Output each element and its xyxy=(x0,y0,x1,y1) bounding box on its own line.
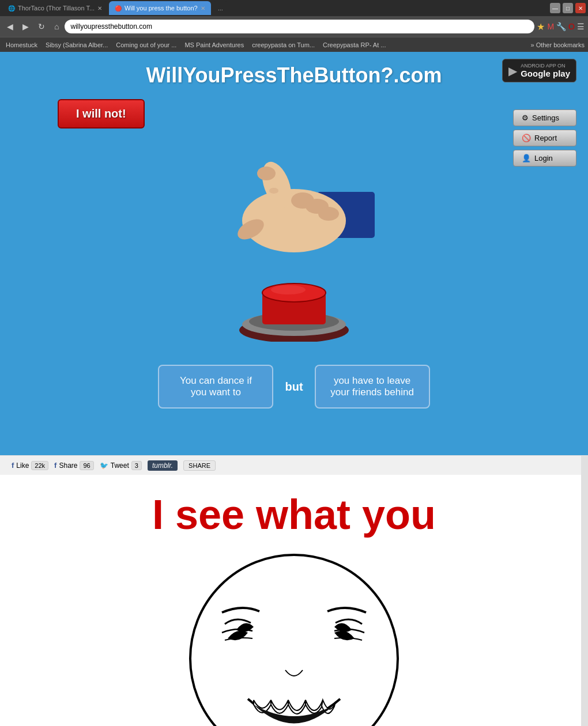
bookmark-coming-out[interactable]: Coming out of your ... xyxy=(114,41,179,48)
hand-illustration xyxy=(202,146,386,261)
tab-close-1[interactable]: ✕ xyxy=(97,5,102,12)
maximize-button[interactable]: □ xyxy=(563,3,573,13)
bookmarks-bar: Homestuck Sibsy (Sabrina Alber... Coming… xyxy=(0,37,588,52)
opera-icon[interactable]: O xyxy=(568,22,575,31)
play-store-icon: ▶ xyxy=(508,64,517,78)
bookmark-homestuck[interactable]: Homestuck xyxy=(3,41,40,48)
google-play-label: Google play xyxy=(521,69,570,78)
social-bar: f Like 22k f Share 96 🐦 Tweet 3 tumblr. … xyxy=(0,455,588,475)
tab-label-3: ... xyxy=(218,5,223,12)
bookmark-creepypasta2[interactable]: Creepypasta RP- At ... xyxy=(321,41,388,48)
twitter-icon: 🐦 xyxy=(100,462,108,470)
tab-favicon-1: 🌐 xyxy=(8,5,15,12)
bookmarks-more[interactable]: » Other bookmarks xyxy=(530,41,585,48)
choice-left-text: You can dance if you want to xyxy=(180,375,252,398)
facebook-share-icon: f xyxy=(54,461,56,470)
meme-section: I see what you xyxy=(0,475,588,726)
facebook-icon: f xyxy=(12,461,14,470)
nav-bar: ◀ ▶ ↻ ⌂ ★ M 🔧 O ☰ xyxy=(0,16,588,37)
but-text: but xyxy=(285,380,303,394)
main-content: I will not! xyxy=(12,93,576,409)
choice-right-text: you have to leave your friends behind xyxy=(330,375,414,398)
troll-face xyxy=(179,538,409,726)
tab-extra[interactable]: ... xyxy=(212,1,229,15)
share-all-label: SHARE xyxy=(189,462,210,469)
tab-willyoupress[interactable]: 🔴 Will you press the button? ✕ xyxy=(109,1,211,15)
user-icon: 👤 xyxy=(522,154,531,162)
svg-point-17 xyxy=(190,555,398,726)
choices-container: You can dance if you want to but you hav… xyxy=(158,365,429,409)
choice-left-box: You can dance if you want to xyxy=(158,365,273,409)
menu-button[interactable]: ☰ xyxy=(577,22,585,31)
address-bar[interactable] xyxy=(65,20,534,33)
hand-container xyxy=(202,146,386,261)
svg-point-4 xyxy=(257,167,276,180)
android-badge-text: ANDROID APP ON Google play xyxy=(521,63,570,78)
gear-icon: ⚙ xyxy=(522,114,529,122)
android-badge[interactable]: ▶ ANDROID APP ON Google play xyxy=(502,59,576,82)
tweet-label: Tweet xyxy=(111,462,129,470)
button-3d-illustration[interactable] xyxy=(231,267,357,342)
tumblr-button[interactable]: tumblr. xyxy=(148,460,178,471)
button-svg xyxy=(231,267,357,342)
bookmark-creepypasta1[interactable]: creepypasta on Tum... xyxy=(250,41,317,48)
tab-favicon-2: 🔴 xyxy=(115,5,122,12)
nav-icons: M 🔧 O ☰ xyxy=(547,22,585,31)
meme-text-top: I see what you xyxy=(152,492,436,538)
tab-close-2[interactable]: ✕ xyxy=(201,5,205,12)
site-title: WillYouPressTheButton?.com xyxy=(12,58,576,93)
share-count: 96 xyxy=(80,461,93,470)
website-wrapper: WillYouPressTheButton?.com ▶ ANDROID APP… xyxy=(0,52,588,726)
like-button[interactable]: f Like 22k xyxy=(12,461,48,470)
troll-face-svg xyxy=(179,538,409,726)
refresh-button[interactable]: ↻ xyxy=(35,21,48,32)
side-buttons: ⚙ Settings 🚫 Report 👤 Login xyxy=(513,109,576,167)
share-label: Share xyxy=(59,462,77,470)
tab-thortaco[interactable]: 🌐 ThorTaco (Thor Tillason T... ✕ xyxy=(2,1,108,15)
bookmark-sibsy[interactable]: Sibsy (Sabrina Alber... xyxy=(43,41,110,48)
report-icon: 🚫 xyxy=(522,134,531,142)
bookmark-star[interactable]: ★ xyxy=(537,21,545,32)
settings-button[interactable]: ⚙ Settings xyxy=(513,109,576,126)
home-button[interactable]: ⌂ xyxy=(51,21,62,32)
like-count: 22k xyxy=(31,461,48,470)
minimize-button[interactable]: — xyxy=(550,3,560,13)
bookmark-mspaint[interactable]: MS Paint Adventures xyxy=(182,41,246,48)
back-button[interactable]: ◀ xyxy=(3,21,17,32)
tumblr-label: tumblr. xyxy=(152,462,173,470)
android-app-on-label: ANDROID APP ON xyxy=(521,63,570,69)
i-will-not-button[interactable]: I will not! xyxy=(58,99,145,128)
tweet-button[interactable]: 🐦 Tweet 3 xyxy=(100,461,142,470)
window-controls: — □ ✕ xyxy=(550,3,586,13)
share-button[interactable]: f Share 96 xyxy=(54,461,94,470)
svg-point-15 xyxy=(271,285,306,294)
website-content: WillYouPressTheButton?.com ▶ ANDROID APP… xyxy=(0,52,588,455)
share-all-button[interactable]: SHARE xyxy=(183,460,216,471)
tab-label-2: Will you press the button? xyxy=(125,5,198,12)
choice-right-box: you have to leave your friends behind xyxy=(315,365,430,409)
tab-label-1: ThorTaco (Thor Tillason T... xyxy=(18,5,95,12)
title-bar: 🌐 ThorTaco (Thor Tillason T... ✕ 🔴 Will … xyxy=(0,0,588,16)
login-button[interactable]: 👤 Login xyxy=(513,150,576,167)
report-button[interactable]: 🚫 Report xyxy=(513,130,576,146)
tweet-count: 3 xyxy=(131,461,142,470)
browser-chrome: 🌐 ThorTaco (Thor Tillason T... ✕ 🔴 Will … xyxy=(0,0,588,52)
svg-point-7 xyxy=(318,207,339,221)
gmail-icon[interactable]: M xyxy=(547,22,554,31)
forward-button[interactable]: ▶ xyxy=(19,21,32,32)
like-label: Like xyxy=(16,462,29,470)
extension-icon[interactable]: 🔧 xyxy=(556,22,566,31)
svg-point-9 xyxy=(269,188,278,194)
close-button[interactable]: ✕ xyxy=(575,3,586,13)
